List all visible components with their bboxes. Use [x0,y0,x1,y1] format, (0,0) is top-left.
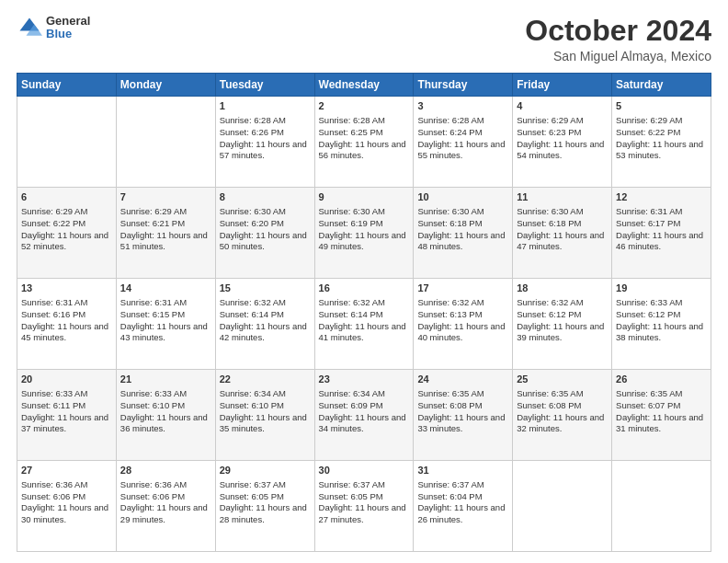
daylight-text: Daylight: 11 hours and 42 minutes. [220,321,311,345]
sunset-text: Sunset: 6:10 PM [220,400,311,412]
calendar-cell: 7Sunrise: 6:29 AMSunset: 6:21 PMDaylight… [116,188,215,279]
sunrise-text: Sunrise: 6:28 AM [319,115,410,127]
sunrise-text: Sunrise: 6:34 AM [319,388,410,400]
day-number: 26 [616,373,707,386]
sunrise-text: Sunrise: 6:30 AM [220,206,311,218]
day-number: 3 [417,99,508,113]
day-number: 15 [220,282,311,295]
calendar-cell: 6Sunrise: 6:29 AMSunset: 6:22 PMDaylight… [17,188,117,279]
calendar-cell: 9Sunrise: 6:30 AMSunset: 6:19 PMDaylight… [314,188,414,279]
daylight-text: Daylight: 11 hours and 45 minutes. [21,321,112,345]
sunrise-text: Sunrise: 6:30 AM [417,206,508,218]
sunrise-text: Sunrise: 6:36 AM [120,479,211,491]
daylight-text: Daylight: 11 hours and 34 minutes. [319,412,410,436]
calendar-cell: 8Sunrise: 6:30 AMSunset: 6:20 PMDaylight… [215,188,314,279]
calendar-cell: 22Sunrise: 6:34 AMSunset: 6:10 PMDayligh… [215,370,314,461]
sunset-text: Sunset: 6:17 PM [616,218,707,230]
calendar-table: SundayMondayTuesdayWednesdayThursdayFrid… [17,73,711,552]
sunrise-text: Sunrise: 6:28 AM [417,115,508,127]
day-number: 18 [517,282,608,295]
sunset-text: Sunset: 6:11 PM [21,400,112,412]
calendar-week-2: 13Sunrise: 6:31 AMSunset: 6:16 PMDayligh… [17,279,711,370]
logo-icon [17,15,42,40]
sunrise-text: Sunrise: 6:29 AM [616,115,707,127]
month-title: October 2024 [525,15,711,47]
day-number: 12 [616,190,707,204]
day-number: 8 [220,190,311,204]
day-number: 2 [319,99,410,113]
calendar-cell: 31Sunrise: 6:37 AMSunset: 6:04 PMDayligh… [414,461,513,552]
col-header-friday: Friday [513,74,612,97]
daylight-text: Daylight: 11 hours and 27 minutes. [319,502,410,526]
calendar-cell: 30Sunrise: 6:37 AMSunset: 6:05 PMDayligh… [314,461,414,552]
calendar-cell: 21Sunrise: 6:33 AMSunset: 6:10 PMDayligh… [116,370,215,461]
daylight-text: Daylight: 11 hours and 40 minutes. [417,321,508,345]
sunset-text: Sunset: 6:05 PM [220,491,311,503]
day-number: 29 [220,464,311,477]
sunset-text: Sunset: 6:12 PM [616,309,707,321]
sunset-text: Sunset: 6:26 PM [220,127,311,139]
col-header-saturday: Saturday [612,74,711,97]
daylight-text: Daylight: 11 hours and 35 minutes. [220,412,311,436]
sunset-text: Sunset: 6:20 PM [220,218,311,230]
calendar-cell: 17Sunrise: 6:32 AMSunset: 6:13 PMDayligh… [414,279,513,370]
day-number: 25 [517,373,608,386]
sunset-text: Sunset: 6:14 PM [220,309,311,321]
calendar-cell: 1Sunrise: 6:28 AMSunset: 6:26 PMDaylight… [215,97,314,188]
day-number: 27 [21,464,112,477]
daylight-text: Daylight: 11 hours and 54 minutes. [517,139,608,163]
sunset-text: Sunset: 6:08 PM [517,400,608,412]
daylight-text: Daylight: 11 hours and 28 minutes. [220,502,311,526]
sunrise-text: Sunrise: 6:32 AM [220,297,311,309]
daylight-text: Daylight: 11 hours and 49 minutes. [319,230,410,254]
sunset-text: Sunset: 6:16 PM [21,309,112,321]
page: General Blue October 2024 San Miguel Alm… [0,0,728,563]
calendar-cell: 29Sunrise: 6:37 AMSunset: 6:05 PMDayligh… [215,461,314,552]
sunrise-text: Sunrise: 6:29 AM [120,206,211,218]
calendar-cell: 27Sunrise: 6:36 AMSunset: 6:06 PMDayligh… [17,461,117,552]
calendar-cell: 24Sunrise: 6:35 AMSunset: 6:08 PMDayligh… [414,370,513,461]
logo: General Blue [17,15,90,41]
calendar-cell [513,461,612,552]
sunset-text: Sunset: 6:06 PM [21,491,112,503]
daylight-text: Daylight: 11 hours and 56 minutes. [319,139,410,163]
daylight-text: Daylight: 11 hours and 53 minutes. [616,139,707,163]
day-number: 7 [120,190,211,204]
sunrise-text: Sunrise: 6:33 AM [21,388,112,400]
daylight-text: Daylight: 11 hours and 36 minutes. [120,412,211,436]
title-area: October 2024 San Miguel Almaya, Mexico [525,15,711,63]
daylight-text: Daylight: 11 hours and 31 minutes. [616,412,707,436]
calendar-cell [17,97,117,188]
sunset-text: Sunset: 6:14 PM [319,309,410,321]
sunset-text: Sunset: 6:04 PM [417,491,508,503]
sunrise-text: Sunrise: 6:29 AM [21,206,112,218]
sunset-text: Sunset: 6:21 PM [120,218,211,230]
calendar-cell: 3Sunrise: 6:28 AMSunset: 6:24 PMDaylight… [414,97,513,188]
daylight-text: Daylight: 11 hours and 37 minutes. [21,412,112,436]
daylight-text: Daylight: 11 hours and 30 minutes. [21,502,112,526]
sunrise-text: Sunrise: 6:37 AM [319,479,410,491]
daylight-text: Daylight: 11 hours and 32 minutes. [517,412,608,436]
calendar-cell: 16Sunrise: 6:32 AMSunset: 6:14 PMDayligh… [314,279,414,370]
sunset-text: Sunset: 6:24 PM [417,127,508,139]
calendar-cell: 25Sunrise: 6:35 AMSunset: 6:08 PMDayligh… [513,370,612,461]
calendar-week-1: 6Sunrise: 6:29 AMSunset: 6:22 PMDaylight… [17,188,711,279]
sunrise-text: Sunrise: 6:37 AM [417,479,508,491]
sunset-text: Sunset: 6:07 PM [616,400,707,412]
calendar-cell: 19Sunrise: 6:33 AMSunset: 6:12 PMDayligh… [612,279,711,370]
day-number: 21 [120,373,211,386]
daylight-text: Daylight: 11 hours and 47 minutes. [517,230,608,254]
day-number: 4 [517,99,608,113]
day-number: 20 [21,373,112,386]
calendar-header-row: SundayMondayTuesdayWednesdayThursdayFrid… [17,74,711,97]
sunrise-text: Sunrise: 6:33 AM [616,297,707,309]
sunset-text: Sunset: 6:05 PM [319,491,410,503]
sunrise-text: Sunrise: 6:29 AM [517,115,608,127]
calendar-cell: 15Sunrise: 6:32 AMSunset: 6:14 PMDayligh… [215,279,314,370]
sunrise-text: Sunrise: 6:35 AM [517,388,608,400]
sunrise-text: Sunrise: 6:30 AM [517,206,608,218]
day-number: 10 [417,190,508,204]
calendar-week-3: 20Sunrise: 6:33 AMSunset: 6:11 PMDayligh… [17,370,711,461]
col-header-tuesday: Tuesday [215,74,314,97]
daylight-text: Daylight: 11 hours and 52 minutes. [21,230,112,254]
